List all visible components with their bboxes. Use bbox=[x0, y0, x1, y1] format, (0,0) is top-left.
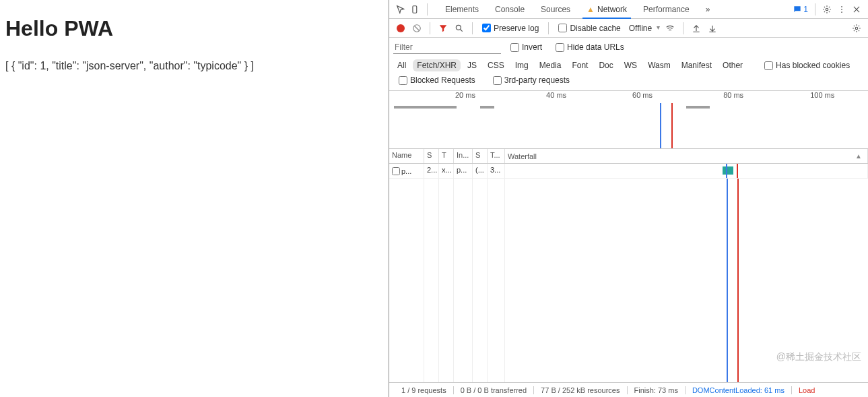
col-size[interactable]: S bbox=[473, 149, 488, 163]
cell-name: p... bbox=[389, 164, 424, 178]
clear-icon[interactable] bbox=[409, 21, 424, 36]
type-ws[interactable]: WS bbox=[620, 59, 641, 71]
webpage-pane: Hello PWA [ { "id": 1, "title": "json-se… bbox=[0, 0, 389, 397]
status-bar: 1 / 9 requests 0 B / 0 B transferred 77 … bbox=[389, 382, 868, 397]
svg-point-1 bbox=[826, 8, 828, 11]
devtools-tabbar: Elements Console Sources ▲Network Perfor… bbox=[389, 0, 868, 19]
third-party-label: 3rd-party requests bbox=[504, 75, 570, 85]
col-waterfall[interactable]: Waterfall▲ bbox=[505, 149, 868, 163]
col-type[interactable]: T bbox=[439, 149, 454, 163]
divider bbox=[683, 22, 683, 34]
overview-timeline[interactable]: 20 ms 40 ms 60 ms 80 ms 100 ms bbox=[389, 91, 868, 149]
wf-dom-marker bbox=[726, 164, 727, 178]
blocked-requests-label: Blocked Requests bbox=[410, 75, 475, 85]
close-icon[interactable] bbox=[849, 2, 864, 17]
disable-cache-label: Disable cache bbox=[570, 24, 620, 33]
invert-checkbox[interactable]: Invert bbox=[510, 42, 542, 52]
tick-40: 40 ms bbox=[546, 91, 566, 99]
preserve-log-checkbox[interactable]: Preserve log bbox=[482, 24, 539, 33]
cell-type: x... bbox=[439, 164, 454, 178]
divider bbox=[430, 22, 430, 34]
devtools-panel: Elements Console Sources ▲Network Perfor… bbox=[389, 0, 868, 397]
search-icon[interactable] bbox=[452, 21, 467, 36]
divider bbox=[548, 22, 549, 34]
type-filter-row: All Fetch/XHR JS CSS Img Media Font Doc … bbox=[389, 57, 868, 74]
svg-point-3 bbox=[841, 9, 842, 10]
tab-more[interactable]: » bbox=[698, 1, 719, 18]
tab-elements[interactable]: Elements bbox=[437, 1, 487, 18]
blocked-requests-checkbox[interactable]: Blocked Requests bbox=[399, 75, 475, 85]
tab-network[interactable]: ▲Network bbox=[578, 1, 635, 18]
gear-icon[interactable] bbox=[820, 2, 834, 17]
filter-bar: Invert Hide data URLs bbox=[389, 38, 868, 57]
status-load: Load bbox=[792, 386, 822, 394]
table-row[interactable]: p... 2... x... p... (... 3... bbox=[389, 164, 868, 179]
wf-dom-line bbox=[727, 179, 728, 382]
gear-icon[interactable] bbox=[849, 21, 864, 36]
filter-input[interactable] bbox=[393, 40, 501, 54]
throttling-select[interactable]: Offline bbox=[626, 22, 661, 34]
col-name[interactable]: Name bbox=[389, 149, 424, 163]
cell-time: 3... bbox=[488, 164, 505, 178]
wf-load-marker bbox=[737, 164, 738, 178]
tab-network-label: Network bbox=[597, 5, 627, 14]
cell-size: (... bbox=[473, 164, 488, 178]
cell-initiator: p... bbox=[454, 164, 473, 178]
status-dom: DOMContentLoaded: 61 ms bbox=[686, 386, 792, 394]
disable-cache-checkbox[interactable]: Disable cache bbox=[558, 24, 620, 33]
blocked-cookies-label: Has blocked cookies bbox=[776, 61, 850, 70]
page-body: [ { "id": 1, "title": "json-server", "au… bbox=[5, 60, 383, 72]
download-icon[interactable] bbox=[705, 21, 720, 36]
tab-sources[interactable]: Sources bbox=[533, 1, 578, 18]
inspect-icon[interactable] bbox=[393, 2, 408, 17]
invert-label: Invert bbox=[522, 42, 542, 52]
col-status[interactable]: S bbox=[424, 149, 439, 163]
request-grid: Name S T In... S T... Waterfall▲ p... 2.… bbox=[389, 149, 868, 382]
row-checkbox[interactable] bbox=[392, 167, 400, 175]
load-marker bbox=[671, 103, 673, 148]
type-font[interactable]: Font bbox=[568, 59, 592, 71]
device-toggle-icon[interactable] bbox=[408, 2, 423, 17]
tab-performance[interactable]: Performance bbox=[635, 1, 698, 18]
grid-body: p... 2... x... p... (... 3... bbox=[389, 164, 868, 382]
col-initiator[interactable]: In... bbox=[454, 149, 473, 163]
watermark: @稀土掘金技术社区 bbox=[776, 351, 861, 363]
col-time[interactable]: T... bbox=[488, 149, 505, 163]
filter-icon[interactable] bbox=[436, 21, 450, 36]
third-party-checkbox[interactable]: 3rd-party requests bbox=[493, 75, 570, 85]
svg-point-4 bbox=[841, 11, 842, 13]
tab-console[interactable]: Console bbox=[487, 1, 533, 18]
blocked-cookies-checkbox[interactable]: Has blocked cookies bbox=[764, 61, 850, 70]
network-toolbar: Preserve log Disable cache Offline bbox=[389, 19, 868, 38]
cell-name-text: p... bbox=[401, 167, 411, 175]
kebab-icon[interactable] bbox=[834, 2, 849, 17]
type-doc[interactable]: Doc bbox=[595, 59, 617, 71]
status-requests: 1 / 9 requests bbox=[395, 386, 454, 394]
type-media[interactable]: Media bbox=[535, 59, 566, 71]
preserve-log-label: Preserve log bbox=[494, 24, 539, 33]
wifi-icon[interactable] bbox=[663, 21, 677, 36]
tick-80: 80 ms bbox=[723, 91, 743, 99]
type-img[interactable]: Img bbox=[511, 59, 533, 71]
type-manifest[interactable]: Manifest bbox=[677, 59, 716, 71]
type-fetch-xhr[interactable]: Fetch/XHR bbox=[413, 59, 461, 71]
type-other[interactable]: Other bbox=[719, 59, 747, 71]
issues-count: 1 bbox=[803, 5, 808, 14]
svg-rect-0 bbox=[413, 5, 417, 13]
tick-60: 60 ms bbox=[632, 91, 653, 99]
type-css[interactable]: CSS bbox=[483, 59, 508, 71]
tick-100: 100 ms bbox=[810, 91, 834, 99]
type-all[interactable]: All bbox=[393, 59, 410, 71]
upload-icon[interactable] bbox=[689, 21, 704, 36]
type-js[interactable]: JS bbox=[463, 59, 481, 71]
type-wasm[interactable]: Wasm bbox=[644, 59, 675, 71]
record-button[interactable] bbox=[393, 21, 408, 36]
warning-icon: ▲ bbox=[587, 5, 595, 14]
status-transferred: 0 B / 0 B transferred bbox=[454, 386, 534, 394]
page-title: Hello PWA bbox=[5, 16, 383, 41]
status-finish: Finish: 73 ms bbox=[628, 386, 686, 394]
col-waterfall-label: Waterfall bbox=[508, 152, 537, 160]
hide-data-urls-checkbox[interactable]: Hide data URLs bbox=[556, 42, 624, 52]
issues-badge[interactable]: 1 bbox=[790, 3, 811, 16]
svg-point-7 bbox=[855, 27, 858, 30]
